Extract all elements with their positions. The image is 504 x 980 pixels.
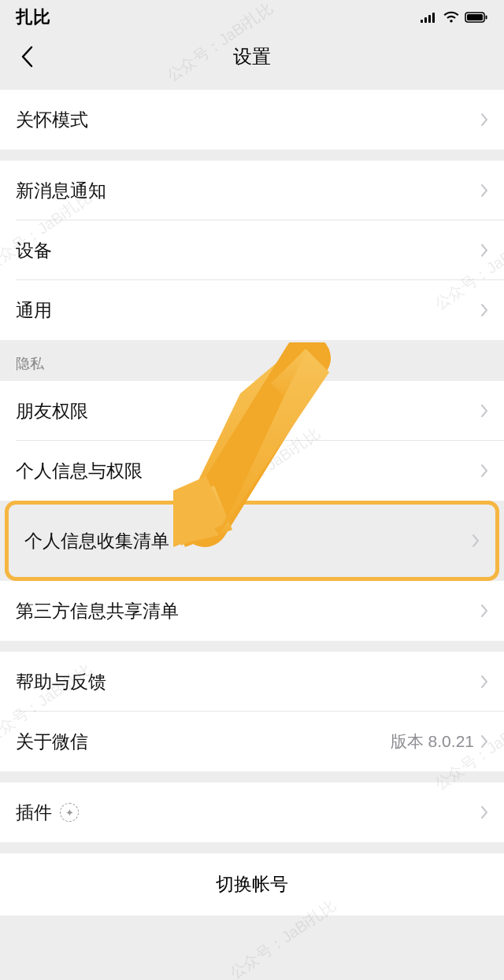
- nav-bar: 设置: [0, 35, 504, 79]
- chevron-right-icon: [472, 534, 480, 548]
- page-title: 设置: [0, 44, 504, 69]
- chevron-right-icon: [480, 805, 488, 819]
- chevron-right-icon: [480, 183, 488, 198]
- section-header-privacy: 隐私: [0, 340, 504, 381]
- status-bar: 扎比: [0, 0, 504, 35]
- back-button[interactable]: [11, 41, 43, 72]
- row-devices[interactable]: 设备: [0, 220, 504, 280]
- chevron-right-icon: [480, 303, 488, 317]
- chevron-right-icon: [480, 113, 488, 127]
- row-label: 朋友权限: [16, 399, 480, 423]
- highlight-annotation: 个人信息收集清单: [5, 501, 499, 581]
- row-switch-account[interactable]: 切换帐号: [0, 853, 504, 915]
- chevron-right-icon: [480, 464, 488, 478]
- row-label: 关于微信: [16, 730, 391, 754]
- row-label: 通用: [16, 298, 480, 323]
- svg-rect-1: [424, 17, 427, 23]
- svg-rect-2: [428, 15, 431, 23]
- cellular-signal-icon: [421, 12, 438, 23]
- svg-rect-5: [467, 14, 483, 20]
- row-label: 个人信息与权限: [16, 459, 480, 483]
- row-value-version: 版本 8.0.21: [391, 730, 474, 753]
- chevron-right-icon: [480, 404, 488, 418]
- svg-rect-3: [432, 13, 435, 23]
- status-right-icons: [421, 11, 488, 24]
- row-label: 关怀模式: [16, 108, 480, 132]
- row-third-party-share-list[interactable]: 第三方信息共享清单: [0, 581, 504, 641]
- row-personal-info-permissions[interactable]: 个人信息与权限: [0, 441, 504, 501]
- chevron-right-icon: [480, 243, 488, 257]
- row-label-text: 插件: [16, 801, 52, 825]
- chevron-left-icon: [20, 46, 33, 68]
- chevron-right-icon: [480, 675, 488, 689]
- row-label: 设备: [16, 239, 480, 263]
- row-help-feedback[interactable]: 帮助与反馈: [0, 652, 504, 712]
- row-care-mode[interactable]: 关怀模式: [0, 90, 504, 150]
- svg-rect-0: [421, 20, 423, 23]
- svg-rect-6: [486, 16, 487, 20]
- row-about-wechat[interactable]: 关于微信 版本 8.0.21: [0, 712, 504, 771]
- chevron-right-icon: [480, 604, 488, 618]
- row-label: 个人信息收集清单: [24, 529, 472, 553]
- wifi-icon: [443, 11, 460, 24]
- chevron-right-icon: [480, 734, 488, 749]
- battery-icon: [465, 12, 488, 23]
- status-left-text: 扎比: [16, 6, 50, 29]
- row-label: 第三方信息共享清单: [16, 599, 480, 623]
- row-plugin[interactable]: 插件 ✦: [0, 782, 504, 842]
- row-label: 新消息通知: [16, 179, 480, 203]
- row-general[interactable]: 通用: [0, 280, 504, 340]
- row-label: 帮助与反馈: [16, 670, 480, 694]
- row-personal-info-collection-list[interactable]: 个人信息收集清单: [9, 505, 495, 577]
- row-new-message-notify[interactable]: 新消息通知: [0, 161, 504, 220]
- row-label: 插件 ✦: [16, 801, 480, 825]
- switch-account-label: 切换帐号: [216, 874, 288, 894]
- lightbulb-icon: ✦: [60, 803, 79, 822]
- row-friend-permissions[interactable]: 朋友权限: [0, 381, 504, 441]
